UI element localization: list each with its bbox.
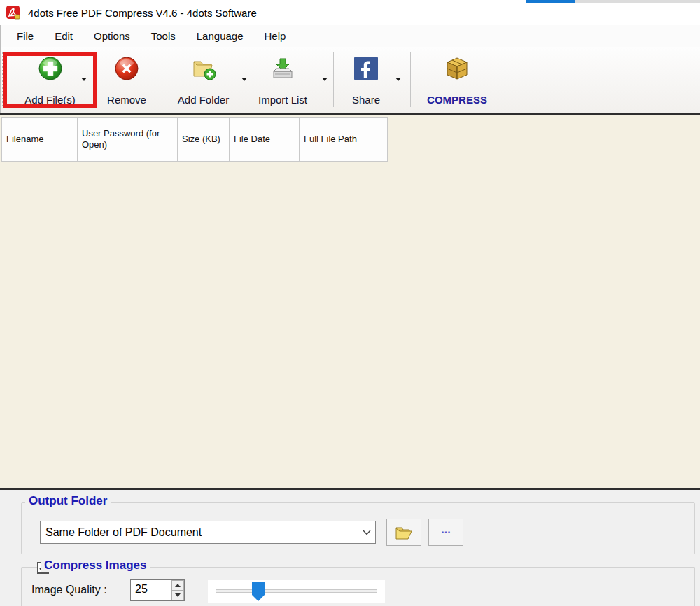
image-quality-label: Image Quality : (31, 584, 107, 596)
add-files-dropdown-icon[interactable] (81, 78, 87, 81)
toolbar: Add File(s) Remove A (0, 47, 700, 113)
column-header-user-password[interactable]: User Password (for Open) (78, 118, 178, 161)
image-quality-slider[interactable] (208, 580, 385, 603)
browse-button[interactable]: ... (428, 519, 463, 546)
open-folder-icon (395, 524, 413, 541)
output-folder-combobox-value: Same Folder of PDF Document (41, 526, 358, 539)
column-header-full-path[interactable]: Full File Path (300, 118, 388, 161)
remove-button[interactable]: Remove (101, 56, 153, 106)
background-tab-strip-gray (575, 0, 700, 3)
add-folder-button[interactable]: Add Folder (170, 56, 237, 106)
settings-panel: Output Folder Same Folder of PDF Documen… (0, 490, 700, 606)
package-cube-icon (444, 56, 470, 81)
add-files-label: Add File(s) (24, 94, 76, 106)
slider-thumb[interactable] (252, 582, 265, 601)
image-quality-spinner[interactable]: 25 (130, 579, 185, 601)
import-list-dropdown-icon[interactable] (322, 78, 328, 81)
compress-button[interactable]: COMPRESS (421, 56, 493, 106)
menu-edit[interactable]: Edit (44, 25, 83, 47)
output-folder-group-label: Output Folder (25, 494, 111, 508)
remove-circle-icon (114, 56, 139, 81)
compress-images-group-label: Compress Images (41, 558, 150, 572)
app-window: 4dots Free PDF Compress V4.6 - 4dots Sof… (0, 0, 700, 606)
output-folder-combobox[interactable]: Same Folder of PDF Document (40, 521, 376, 544)
menu-file[interactable]: File (6, 25, 44, 47)
share-label: Share (352, 94, 380, 106)
file-list-area[interactable]: Filename User Password (for Open) Size (… (0, 115, 700, 488)
menu-options[interactable]: Options (83, 25, 141, 47)
import-list-label: Import List (258, 94, 307, 106)
spinner-down-button[interactable] (172, 591, 184, 601)
facebook-icon (354, 56, 379, 81)
column-header-size[interactable]: Size (KB) (178, 118, 230, 161)
folder-add-icon (191, 56, 216, 81)
image-quality-value[interactable]: 25 (131, 580, 171, 600)
spinner-up-button[interactable] (172, 580, 184, 591)
add-files-button[interactable]: Add File(s) (13, 56, 87, 106)
menu-bar: File Edit Options Tools Language Help (0, 25, 700, 47)
toolbar-separator (164, 52, 164, 107)
share-dropdown-icon[interactable] (396, 78, 401, 81)
spinner-buttons (171, 580, 184, 600)
window-title: 4dots Free PDF Compress V4.6 - 4dots Sof… (28, 7, 257, 19)
toolbar-separator (410, 52, 411, 107)
browse-button-label: ... (441, 526, 450, 533)
add-circle-icon (38, 56, 63, 81)
arrow-down-icon (175, 593, 181, 597)
share-button[interactable]: Share (344, 56, 388, 106)
column-header-filename[interactable]: Filename (2, 118, 78, 161)
import-list-button[interactable]: Import List (251, 56, 315, 106)
toolbar-gripper[interactable] (2, 52, 4, 107)
add-folder-label: Add Folder (178, 94, 229, 106)
file-list-header: Filename User Password (for Open) Size (… (1, 117, 388, 162)
import-tray-icon (270, 56, 295, 81)
pdf-logo-icon (6, 5, 21, 20)
arrow-up-icon (175, 584, 181, 587)
menu-language[interactable]: Language (186, 25, 254, 47)
open-folder-button[interactable] (386, 519, 421, 546)
background-tab-strip-blue (526, 0, 575, 3)
column-header-file-date[interactable]: File Date (230, 118, 300, 161)
compress-label: COMPRESS (427, 94, 487, 106)
slider-track[interactable] (216, 589, 377, 593)
remove-label: Remove (107, 94, 146, 106)
menu-help[interactable]: Help (254, 25, 297, 47)
menu-tools[interactable]: Tools (141, 25, 186, 47)
title-bar: 4dots Free PDF Compress V4.6 - 4dots Sof… (0, 0, 526, 25)
chevron-down-icon (358, 521, 375, 543)
add-folder-dropdown-icon[interactable] (241, 78, 247, 81)
toolbar-separator (333, 52, 334, 107)
